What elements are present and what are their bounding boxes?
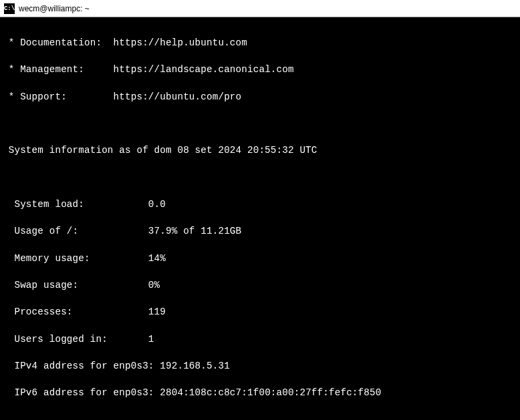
motd-doc: * Documentation: https://help.ubuntu.com: [3, 36, 517, 49]
stat-load: System load: 0.0: [3, 198, 517, 211]
motd-support: * Support: https://ubuntu.com/pro: [3, 90, 517, 103]
stat-ipv6: IPv6 address for enp0s3: 2804:108c:c8c7:…: [3, 386, 517, 399]
motd-mgmt: * Management: https://landscape.canonica…: [3, 63, 517, 76]
sysinfo-header: System information as of dom 08 set 2024…: [3, 144, 517, 157]
window-title-bar[interactable]: C:\ wecm@williampc: ~: [0, 0, 520, 17]
stat-mem: Memory usage: 14%: [3, 252, 517, 265]
stat-swap: Swap usage: 0%: [3, 278, 517, 292]
stat-disk: Usage of /: 37.9% of 11.21GB: [3, 224, 517, 238]
stat-proc: Processes: 119: [3, 305, 517, 319]
window-title: wecm@williampc: ~: [19, 4, 90, 13]
terminal-icon: C:\: [4, 3, 15, 14]
stat-users: Users logged in: 1: [3, 333, 517, 346]
stat-ipv4: IPv4 address for enp0s3: 192.168.5.31: [3, 359, 517, 373]
terminal-output[interactable]: * Documentation: https://help.ubuntu.com…: [0, 17, 520, 420]
